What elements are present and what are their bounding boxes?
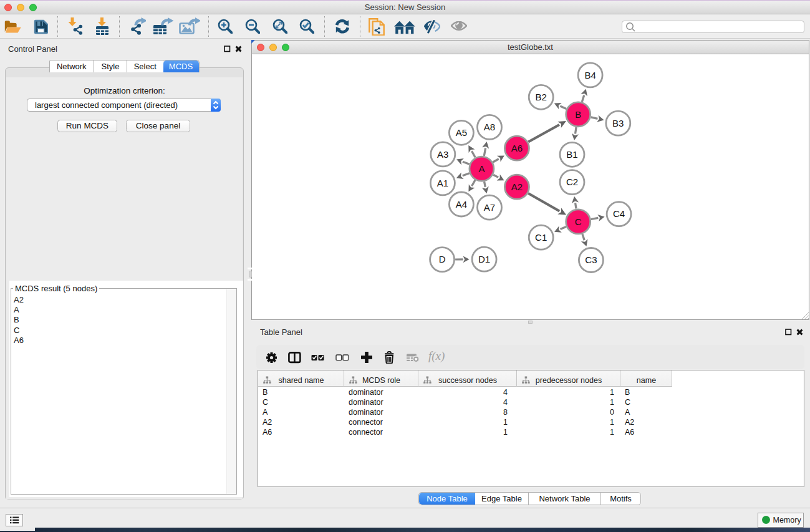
- svg-text:C1: C1: [535, 232, 547, 243]
- svg-text:A5: A5: [456, 127, 467, 138]
- svg-text:A2: A2: [511, 181, 523, 192]
- svg-text:A7: A7: [484, 202, 495, 213]
- svg-text:C3: C3: [585, 254, 597, 265]
- svg-text:C2: C2: [566, 177, 578, 187]
- svg-text:A6: A6: [511, 143, 523, 153]
- svg-text:A4: A4: [456, 199, 467, 210]
- svg-text:B3: B3: [612, 118, 624, 128]
- svg-text:A3: A3: [437, 149, 448, 160]
- svg-text:C4: C4: [613, 208, 625, 219]
- svg-text:B4: B4: [584, 70, 595, 80]
- svg-text:B1: B1: [566, 149, 577, 160]
- svg-text:A1: A1: [437, 178, 448, 188]
- svg-text:D1: D1: [478, 254, 490, 264]
- svg-text:A8: A8: [484, 122, 495, 132]
- svg-text:C: C: [575, 216, 582, 227]
- svg-text:D: D: [439, 254, 446, 264]
- svg-text:B: B: [575, 109, 581, 120]
- svg-text:A: A: [478, 163, 485, 174]
- svg-text:B2: B2: [536, 92, 547, 102]
